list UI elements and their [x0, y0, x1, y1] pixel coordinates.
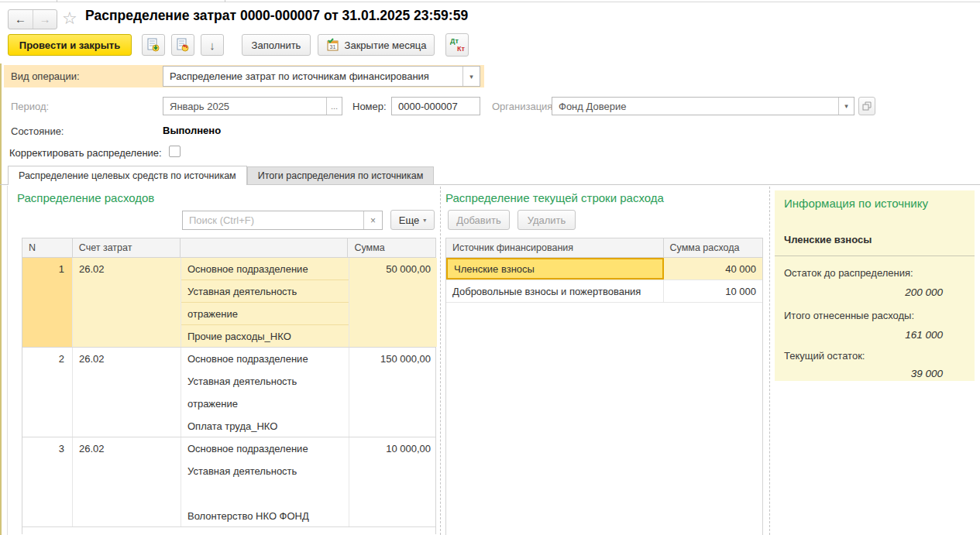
- organization-label: Организация:: [492, 101, 555, 112]
- tab-page-border: [7, 186, 8, 535]
- operation-type-label: Вид операции:: [11, 70, 80, 82]
- analytics-line: Основное подразделение: [181, 437, 349, 460]
- table-row[interactable]: Добровольные взносы и пожертвования 10 0…: [446, 280, 762, 303]
- tab-distribution-totals[interactable]: Итоги распределения по источникам: [247, 166, 435, 184]
- tab-distribution-by-sources[interactable]: Распределение целевых средств по источни…: [8, 166, 247, 185]
- search-input[interactable]: [183, 211, 363, 229]
- fill-button[interactable]: Заполнить: [242, 34, 311, 56]
- source-cell[interactable]: Добровольные взносы и пожертвования: [446, 280, 664, 302]
- period-field[interactable]: Январь 2025 ...: [163, 97, 342, 115]
- adjust-distribution-label: Корректировать распределение:: [9, 147, 162, 159]
- analytics-line: Основное подразделение: [181, 348, 349, 370]
- app-tab-divider: [225, 0, 225, 2]
- arrow-down-icon: ↓: [209, 39, 215, 52]
- forward-button[interactable]: →: [33, 10, 57, 29]
- current-remainder-value: 39 000: [784, 368, 943, 379]
- calendar-icon: 31: [326, 38, 340, 52]
- period-label: Период:: [11, 101, 49, 112]
- app-tabbar-edge: [0, 0, 980, 2]
- analytics-line: [181, 482, 349, 505]
- row-number-cell[interactable]: 1: [22, 258, 73, 347]
- add-button[interactable]: Добавить: [448, 210, 510, 230]
- more-button[interactable]: Еще ▾: [390, 210, 435, 230]
- adjust-distribution-checkbox[interactable]: [169, 146, 181, 157]
- credit-label: Кт: [457, 45, 465, 53]
- amount-cell[interactable]: 150 000,00: [349, 348, 437, 437]
- number-value: 0000-000007: [392, 98, 480, 115]
- expense-amount-cell[interactable]: 10 000: [664, 280, 762, 302]
- row-number-cell[interactable]: 3: [22, 437, 73, 526]
- expenses-table-body: 1 26.02 Основное подразделение Уставная …: [22, 258, 436, 527]
- organization-combobox[interactable]: Фонд Доверие ▾: [552, 97, 854, 115]
- panel-splitter[interactable]: [440, 187, 441, 535]
- column-header-amount[interactable]: Сумма: [348, 238, 435, 257]
- ellipsis-button[interactable]: ...: [326, 98, 342, 115]
- total-allocated-value: 161 000: [784, 329, 943, 341]
- back-icon: ←: [15, 12, 26, 26]
- analytics-cell[interactable]: Основное подразделение Уставная деятельн…: [181, 437, 349, 526]
- account-cell[interactable]: 26.02: [73, 348, 181, 437]
- analytics-line: Оплата труда_НКО: [181, 415, 349, 437]
- back-button[interactable]: ←: [9, 10, 33, 29]
- table-row[interactable]: Членские взносы 40 000: [446, 258, 762, 280]
- table-row[interactable]: 3 26.02 Основное подразделение Уставная …: [22, 437, 435, 527]
- column-header-n[interactable]: N: [22, 238, 73, 257]
- source-cell[interactable]: Членские взносы: [446, 258, 664, 280]
- analytics-cell[interactable]: Основное подразделение Уставная деятельн…: [181, 348, 349, 437]
- column-header-expense-amount[interactable]: Сумма расхода: [664, 238, 762, 257]
- delete-button[interactable]: Удалить: [518, 210, 576, 230]
- analytics-line: отражение: [181, 393, 349, 415]
- favorite-star-icon[interactable]: ☆: [62, 9, 77, 29]
- move-down-button[interactable]: ↓: [201, 34, 224, 56]
- expenses-table-header: N Счет затрат Сумма: [22, 238, 436, 258]
- chevron-down-icon: ▾: [423, 217, 426, 224]
- svg-text:31: 31: [329, 44, 335, 50]
- current-remainder-label: Текущий остаток:: [784, 350, 865, 362]
- total-allocated-label: Итого отнесенные расходы:: [784, 310, 914, 321]
- app-tab-divider: [57, 0, 57, 2]
- tab-bar: Распределение целевых средств по источни…: [0, 166, 980, 185]
- amount-cell[interactable]: 50 000,00: [349, 258, 437, 347]
- source-info-panel: Информация по источнику Членские взносы …: [775, 190, 975, 381]
- forward-icon: →: [40, 12, 51, 26]
- debit-label: Дт: [450, 37, 459, 45]
- state-value: Выполнено: [163, 125, 221, 136]
- clear-search-icon[interactable]: ×: [363, 211, 382, 229]
- column-header-analytics[interactable]: [181, 238, 348, 257]
- column-header-account[interactable]: Счет затрат: [73, 238, 181, 257]
- show-postings-button[interactable]: Дт Кт: [445, 33, 469, 57]
- expenses-table-empty-area: [22, 527, 436, 534]
- month-end-button[interactable]: 31 Закрытие месяца: [318, 34, 435, 56]
- amount-cell[interactable]: 10 000,00: [349, 437, 437, 526]
- search-box: ×: [182, 211, 383, 230]
- remainder-before-label: Остаток до распределения:: [784, 267, 913, 279]
- post-document-button[interactable]: [142, 34, 165, 56]
- panel-splitter[interactable]: [769, 187, 770, 535]
- column-header-source[interactable]: Источник финансирования: [446, 238, 664, 257]
- account-cell[interactable]: 26.02: [73, 258, 181, 347]
- month-end-label: Закрытие месяца: [345, 39, 427, 51]
- source-info-title: Информация по источнику: [784, 197, 928, 210]
- expense-amount-cell[interactable]: 40 000: [664, 258, 762, 280]
- analytics-line: Прочие расходы_НКО: [181, 325, 349, 348]
- unpost-document-button[interactable]: [171, 34, 194, 56]
- expenses-table: N Счет затрат Сумма 1 26.02 Основное под…: [22, 238, 436, 534]
- divider: [775, 255, 975, 256]
- number-field[interactable]: 0000-000007: [391, 97, 480, 115]
- operation-type-combobox[interactable]: Распределение затрат по источникам финан…: [163, 66, 480, 87]
- chevron-down-icon[interactable]: ▾: [462, 67, 480, 86]
- table-row[interactable]: 1 26.02 Основное подразделение Уставная …: [22, 258, 435, 348]
- chevron-down-icon[interactable]: ▾: [838, 98, 854, 115]
- analytics-cell[interactable]: Основное подразделение Уставная деятельн…: [181, 258, 349, 347]
- account-cell[interactable]: 26.02: [73, 437, 181, 526]
- open-organization-button[interactable]: [858, 97, 875, 115]
- analytics-line: Уставная деятельность: [181, 370, 349, 393]
- current-line-panel-title: Распределение текущей строки расхода: [445, 191, 664, 204]
- sources-table-header: Источник финансирования Сумма расхода: [446, 238, 762, 258]
- row-number-cell[interactable]: 2: [22, 348, 73, 437]
- post-document-icon: [146, 38, 160, 52]
- remainder-before-value: 200 000: [784, 286, 943, 298]
- post-and-close-button[interactable]: Провести и закрыть: [8, 34, 132, 56]
- table-row[interactable]: 2 26.02 Основное подразделение Уставная …: [22, 348, 435, 437]
- organization-value: Фонд Доверие: [552, 98, 838, 115]
